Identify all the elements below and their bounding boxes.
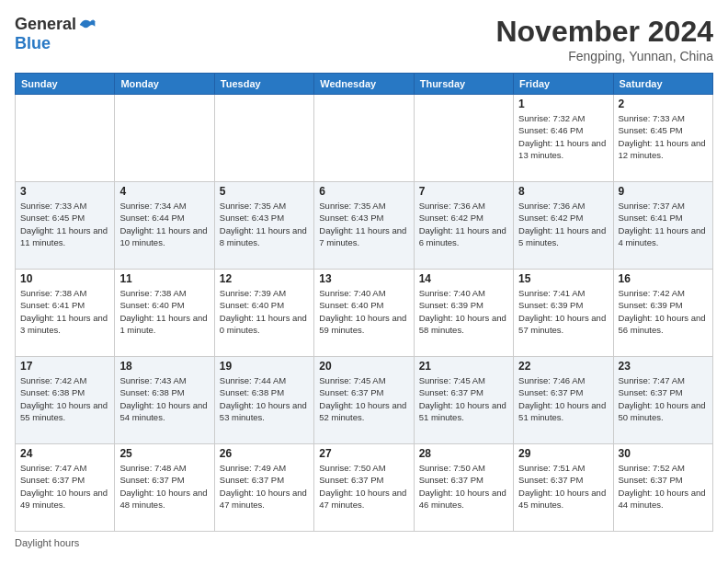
table-row: 10Sunrise: 7:38 AM Sunset: 6:41 PM Dayli… bbox=[16, 270, 115, 357]
table-row: 23Sunrise: 7:47 AM Sunset: 6:37 PM Dayli… bbox=[613, 357, 712, 444]
day-number: 11 bbox=[119, 272, 209, 285]
table-row: 15Sunrise: 7:41 AM Sunset: 6:39 PM Dayli… bbox=[514, 270, 613, 357]
day-number: 14 bbox=[419, 272, 508, 285]
day-number: 3 bbox=[20, 185, 109, 198]
table-row bbox=[115, 95, 214, 182]
logo: General Blue bbox=[15, 15, 97, 53]
day-info: Sunrise: 7:44 AM Sunset: 6:38 PM Dayligh… bbox=[220, 374, 309, 423]
day-info: Sunrise: 7:52 AM Sunset: 6:37 PM Dayligh… bbox=[619, 462, 708, 511]
table-row: 20Sunrise: 7:45 AM Sunset: 6:37 PM Dayli… bbox=[314, 357, 414, 444]
day-info: Sunrise: 7:43 AM Sunset: 6:38 PM Dayligh… bbox=[119, 374, 209, 423]
table-row bbox=[16, 95, 115, 182]
location: Fengping, Yunnan, China bbox=[495, 49, 713, 63]
table-row: 1Sunrise: 7:32 AM Sunset: 6:46 PM Daylig… bbox=[514, 95, 613, 182]
daylight-label: Daylight hours bbox=[15, 537, 79, 548]
day-number: 30 bbox=[619, 447, 708, 460]
day-info: Sunrise: 7:36 AM Sunset: 6:42 PM Dayligh… bbox=[419, 200, 508, 248]
table-row: 18Sunrise: 7:43 AM Sunset: 6:38 PM Dayli… bbox=[115, 357, 214, 444]
logo-general-text: General bbox=[15, 15, 76, 34]
day-number: 15 bbox=[518, 272, 608, 285]
table-row bbox=[214, 95, 313, 182]
table-row: 28Sunrise: 7:50 AM Sunset: 6:37 PM Dayli… bbox=[414, 444, 513, 532]
table-row: 17Sunrise: 7:42 AM Sunset: 6:38 PM Dayli… bbox=[16, 357, 115, 444]
col-sunday: Sunday bbox=[16, 74, 115, 95]
month-title: November 2024 bbox=[495, 15, 713, 49]
col-saturday: Saturday bbox=[613, 74, 712, 95]
col-tuesday: Tuesday bbox=[214, 74, 313, 95]
table-row: 11Sunrise: 7:38 AM Sunset: 6:40 PM Dayli… bbox=[115, 270, 214, 357]
day-number: 22 bbox=[518, 360, 608, 373]
day-info: Sunrise: 7:33 AM Sunset: 6:45 PM Dayligh… bbox=[20, 200, 109, 248]
col-wednesday: Wednesday bbox=[314, 74, 414, 95]
table-row: 21Sunrise: 7:45 AM Sunset: 6:37 PM Dayli… bbox=[414, 357, 513, 444]
title-block: November 2024 Fengping, Yunnan, China bbox=[495, 15, 713, 63]
table-row: 24Sunrise: 7:47 AM Sunset: 6:37 PM Dayli… bbox=[16, 444, 115, 532]
calendar-week-row: 24Sunrise: 7:47 AM Sunset: 6:37 PM Dayli… bbox=[16, 444, 713, 532]
day-info: Sunrise: 7:35 AM Sunset: 6:43 PM Dayligh… bbox=[319, 200, 408, 248]
table-row: 7Sunrise: 7:36 AM Sunset: 6:42 PM Daylig… bbox=[414, 182, 513, 270]
table-row bbox=[314, 95, 414, 182]
day-number: 12 bbox=[220, 272, 309, 285]
table-row: 25Sunrise: 7:48 AM Sunset: 6:37 PM Dayli… bbox=[115, 444, 214, 532]
day-number: 4 bbox=[119, 185, 209, 198]
day-info: Sunrise: 7:38 AM Sunset: 6:41 PM Dayligh… bbox=[20, 287, 109, 336]
day-number: 17 bbox=[20, 360, 109, 373]
col-friday: Friday bbox=[514, 74, 613, 95]
table-row: 4Sunrise: 7:34 AM Sunset: 6:44 PM Daylig… bbox=[115, 182, 214, 270]
day-info: Sunrise: 7:40 AM Sunset: 6:40 PM Dayligh… bbox=[319, 287, 408, 336]
day-info: Sunrise: 7:42 AM Sunset: 6:39 PM Dayligh… bbox=[619, 287, 708, 336]
table-row: 29Sunrise: 7:51 AM Sunset: 6:37 PM Dayli… bbox=[514, 444, 613, 532]
day-info: Sunrise: 7:51 AM Sunset: 6:37 PM Dayligh… bbox=[518, 462, 608, 511]
col-thursday: Thursday bbox=[414, 74, 513, 95]
table-row bbox=[414, 95, 513, 182]
day-info: Sunrise: 7:34 AM Sunset: 6:44 PM Dayligh… bbox=[119, 200, 209, 248]
day-number: 1 bbox=[518, 98, 608, 110]
day-number: 13 bbox=[319, 272, 408, 285]
day-info: Sunrise: 7:47 AM Sunset: 6:37 PM Dayligh… bbox=[20, 462, 109, 511]
day-info: Sunrise: 7:50 AM Sunset: 6:37 PM Dayligh… bbox=[319, 462, 408, 511]
col-monday: Monday bbox=[115, 74, 214, 95]
day-number: 18 bbox=[119, 360, 209, 373]
header: General Blue November 2024 Fengping, Yun… bbox=[15, 15, 713, 63]
day-info: Sunrise: 7:47 AM Sunset: 6:37 PM Dayligh… bbox=[619, 374, 708, 423]
table-row: 22Sunrise: 7:46 AM Sunset: 6:37 PM Dayli… bbox=[514, 357, 613, 444]
table-row: 12Sunrise: 7:39 AM Sunset: 6:40 PM Dayli… bbox=[214, 270, 313, 357]
day-info: Sunrise: 7:49 AM Sunset: 6:37 PM Dayligh… bbox=[220, 462, 309, 511]
day-info: Sunrise: 7:37 AM Sunset: 6:41 PM Dayligh… bbox=[619, 200, 708, 248]
day-info: Sunrise: 7:40 AM Sunset: 6:39 PM Dayligh… bbox=[419, 287, 508, 336]
page: General Blue November 2024 Fengping, Yun… bbox=[0, 0, 728, 563]
day-number: 20 bbox=[319, 360, 408, 373]
day-info: Sunrise: 7:33 AM Sunset: 6:45 PM Dayligh… bbox=[619, 112, 708, 161]
day-number: 2 bbox=[619, 98, 708, 110]
day-info: Sunrise: 7:48 AM Sunset: 6:37 PM Dayligh… bbox=[119, 462, 209, 511]
calendar-week-row: 1Sunrise: 7:32 AM Sunset: 6:46 PM Daylig… bbox=[16, 95, 713, 182]
day-info: Sunrise: 7:50 AM Sunset: 6:37 PM Dayligh… bbox=[419, 462, 508, 511]
footer: Daylight hours bbox=[15, 537, 713, 548]
day-info: Sunrise: 7:38 AM Sunset: 6:40 PM Dayligh… bbox=[119, 287, 209, 336]
calendar-week-row: 10Sunrise: 7:38 AM Sunset: 6:41 PM Dayli… bbox=[16, 270, 713, 357]
day-number: 21 bbox=[419, 360, 508, 373]
day-info: Sunrise: 7:32 AM Sunset: 6:46 PM Dayligh… bbox=[518, 112, 608, 161]
day-number: 28 bbox=[419, 447, 508, 460]
day-info: Sunrise: 7:41 AM Sunset: 6:39 PM Dayligh… bbox=[518, 287, 608, 336]
day-number: 16 bbox=[619, 272, 708, 285]
day-info: Sunrise: 7:42 AM Sunset: 6:38 PM Dayligh… bbox=[20, 374, 109, 423]
calendar-week-row: 3Sunrise: 7:33 AM Sunset: 6:45 PM Daylig… bbox=[16, 182, 713, 270]
table-row: 13Sunrise: 7:40 AM Sunset: 6:40 PM Dayli… bbox=[314, 270, 414, 357]
day-number: 5 bbox=[220, 185, 309, 198]
day-number: 26 bbox=[220, 447, 309, 460]
day-number: 8 bbox=[518, 185, 608, 198]
day-info: Sunrise: 7:35 AM Sunset: 6:43 PM Dayligh… bbox=[220, 200, 309, 248]
calendar-header-row: Sunday Monday Tuesday Wednesday Thursday… bbox=[16, 74, 713, 95]
table-row: 5Sunrise: 7:35 AM Sunset: 6:43 PM Daylig… bbox=[214, 182, 313, 270]
day-number: 24 bbox=[20, 447, 109, 460]
day-info: Sunrise: 7:36 AM Sunset: 6:42 PM Dayligh… bbox=[518, 200, 608, 248]
table-row: 14Sunrise: 7:40 AM Sunset: 6:39 PM Dayli… bbox=[414, 270, 513, 357]
table-row: 2Sunrise: 7:33 AM Sunset: 6:45 PM Daylig… bbox=[613, 95, 712, 182]
table-row: 16Sunrise: 7:42 AM Sunset: 6:39 PM Dayli… bbox=[613, 270, 712, 357]
day-info: Sunrise: 7:46 AM Sunset: 6:37 PM Dayligh… bbox=[518, 374, 608, 423]
day-number: 6 bbox=[319, 185, 408, 198]
day-number: 29 bbox=[518, 447, 608, 460]
table-row: 26Sunrise: 7:49 AM Sunset: 6:37 PM Dayli… bbox=[214, 444, 313, 532]
table-row: 8Sunrise: 7:36 AM Sunset: 6:42 PM Daylig… bbox=[514, 182, 613, 270]
